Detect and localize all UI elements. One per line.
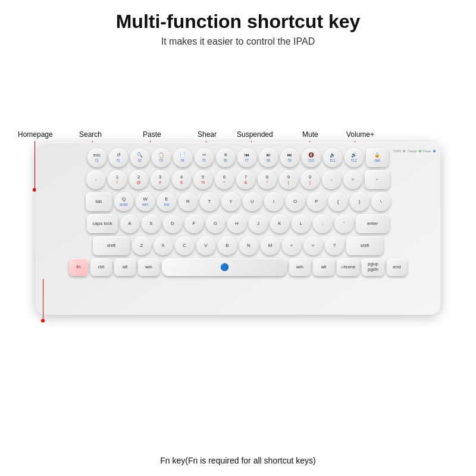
dot-fn <box>41 319 45 322</box>
label-search: Search <box>79 130 102 139</box>
key-slash[interactable]: ? <box>325 236 344 255</box>
key-2[interactable]: 2@ <box>129 170 148 189</box>
key-k[interactable]: K <box>270 214 289 233</box>
key-7[interactable]: 7& <box>236 170 255 189</box>
power-label: Power <box>423 149 431 153</box>
key-f10[interactable]: 🔇 f10 <box>302 148 321 167</box>
key-esc[interactable]: esc f1 <box>87 148 107 167</box>
line-homepage <box>35 141 35 190</box>
caps-dot <box>403 150 405 152</box>
key-del[interactable]: 🔒 del <box>366 148 389 167</box>
keyboard: CAPS Charge Power esc f1 ↺ f1 <box>36 142 440 315</box>
key-p[interactable]: P <box>307 192 326 211</box>
key-q[interactable]: Qandr <box>114 192 133 211</box>
key-end[interactable]: end <box>387 258 407 276</box>
key-backspace[interactable]: ← <box>365 170 390 189</box>
key-f3[interactable]: 📋 f3 <box>152 148 171 167</box>
key-ctrl[interactable]: ctrl <box>90 258 112 276</box>
key-fn[interactable]: fn <box>69 258 88 276</box>
qwerty-key-row: tab Qandr Wwin Eios R T Y U I O P { } \ <box>43 192 433 211</box>
key-u[interactable]: U <box>243 192 262 211</box>
key-semicolon[interactable]: ; <box>313 214 332 233</box>
key-space[interactable]: 🔵 <box>162 258 287 276</box>
key-g[interactable]: G <box>206 214 225 233</box>
key-h[interactable]: H <box>227 214 246 233</box>
key-m[interactable]: M <box>261 236 280 255</box>
key-lwin[interactable]: win <box>138 258 159 276</box>
key-4[interactable]: 4$ <box>172 170 191 189</box>
key-e[interactable]: Eios <box>157 192 176 211</box>
key-pgupdn[interactable]: pguppgdn <box>362 258 384 276</box>
key-equals[interactable]: = <box>343 170 362 189</box>
key-v[interactable]: V <box>196 236 215 255</box>
key-y[interactable]: Y <box>221 192 240 211</box>
key-w[interactable]: Wwin <box>136 192 155 211</box>
key-lalt[interactable]: alt <box>114 258 136 276</box>
key-5[interactable]: 5% <box>193 170 212 189</box>
key-0[interactable]: 0) <box>300 170 320 189</box>
key-f6[interactable]: ✕ f6 <box>216 148 235 167</box>
key-minus[interactable]: - <box>86 170 105 189</box>
annotation-area: Homepage Search Paste Shear Suspended Mu… <box>0 53 476 327</box>
key-f2[interactable]: 🔍 f2 <box>130 148 149 167</box>
label-homepage: Homepage <box>18 130 53 139</box>
label-mute: Mute <box>302 130 318 139</box>
key-3[interactable]: 3# <box>151 170 170 189</box>
page-subtitle: It makes it easier to control the IPAD <box>0 36 476 47</box>
number-key-row: - 1! 2@ 3# 4$ 5% 6^ 7& 8* 9( 0) - = ← <box>43 170 433 189</box>
key-s[interactable]: S <box>142 214 161 233</box>
key-rbracket[interactable]: } <box>350 192 369 211</box>
key-1[interactable]: 1! <box>108 170 127 189</box>
line-fn <box>43 279 43 321</box>
key-home[interactable]: ⌂home <box>337 258 359 276</box>
key-lbracket[interactable]: { <box>328 192 347 211</box>
key-ralt[interactable]: alt <box>313 258 334 276</box>
key-rwin[interactable]: win <box>289 258 311 276</box>
key-j[interactable]: J <box>249 214 268 233</box>
key-f[interactable]: F <box>184 214 203 233</box>
key-r[interactable]: R <box>178 192 198 211</box>
key-o[interactable]: O <box>286 192 305 211</box>
label-suspended: Suspended <box>237 130 273 139</box>
key-b[interactable]: B <box>218 236 237 255</box>
key-f12[interactable]: 🔊 f12 <box>345 148 364 167</box>
key-6[interactable]: 6^ <box>215 170 234 189</box>
charge-dot <box>419 150 421 152</box>
key-capslock[interactable]: caps lock <box>87 214 118 233</box>
key-quote[interactable]: ' <box>334 214 353 233</box>
key-f4[interactable]: 📄 f4 <box>173 148 192 167</box>
fn-key-row: esc f1 ↺ f1 🔍 f2 📋 f3 <box>43 148 433 167</box>
key-9[interactable]: 9( <box>279 170 298 189</box>
key-z[interactable]: Z <box>132 236 151 255</box>
shift-key-row: shift Z X C V B N M < > ? shift <box>43 236 433 255</box>
key-i[interactable]: I <box>264 192 283 211</box>
key-d[interactable]: D <box>163 214 182 233</box>
key-dash[interactable]: - <box>322 170 341 189</box>
key-c[interactable]: C <box>175 236 194 255</box>
key-f5[interactable]: ✂ f5 <box>195 148 214 167</box>
key-t[interactable]: T <box>200 192 219 211</box>
key-f9[interactable]: ⏭ f9 <box>280 148 299 167</box>
indicator-area: CAPS Charge Power <box>393 149 436 153</box>
key-comma[interactable]: < <box>282 236 301 255</box>
key-n[interactable]: N <box>239 236 258 255</box>
key-rshift[interactable]: shift <box>346 236 383 255</box>
label-paste: Paste <box>143 130 161 139</box>
key-f1[interactable]: ↺ f1 <box>109 148 128 167</box>
key-f11[interactable]: 🔉 f11 <box>323 148 342 167</box>
key-x[interactable]: X <box>154 236 173 255</box>
page-title: Multi-function shortcut key <box>0 0 476 33</box>
key-l[interactable]: L <box>292 214 311 233</box>
key-f8[interactable]: ⏯ f8 <box>259 148 278 167</box>
key-lshift[interactable]: shift <box>93 236 130 255</box>
key-a[interactable]: A <box>120 214 139 233</box>
key-tab[interactable]: tab <box>86 192 112 211</box>
key-backslash[interactable]: \ <box>371 192 390 211</box>
key-f7[interactable]: ⏮ f7 <box>237 148 256 167</box>
key-8[interactable]: 8* <box>258 170 277 189</box>
fn-note: Fn key(Fn is required for all shortcut k… <box>160 456 315 465</box>
key-enter[interactable]: enter <box>356 214 389 233</box>
home-key-row: caps lock A S D F G H J K L ; ' enter <box>43 214 433 233</box>
key-period[interactable]: > <box>303 236 322 255</box>
bottom-key-row: fn ctrl alt win 🔵 win alt ⌂home pguppgdn… <box>43 258 433 276</box>
